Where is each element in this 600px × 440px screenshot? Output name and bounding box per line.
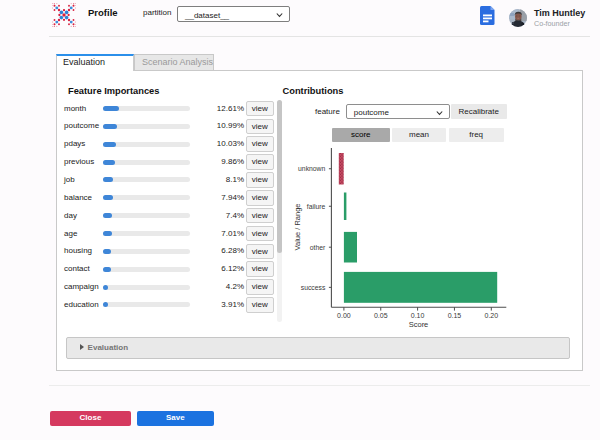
- svg-text:unknown: unknown: [298, 165, 325, 172]
- svg-text:failure: failure: [307, 203, 326, 210]
- svg-text:0.15: 0.15: [448, 312, 462, 319]
- svg-text:success: success: [301, 284, 326, 291]
- svg-text:Value / Range: Value / Range: [293, 204, 302, 251]
- svg-text:Score: Score: [409, 320, 429, 329]
- svg-text:0.05: 0.05: [374, 312, 388, 319]
- svg-text:0.00: 0.00: [337, 312, 351, 319]
- svg-text:0.20: 0.20: [484, 312, 498, 319]
- svg-text:other: other: [310, 244, 326, 251]
- svg-text:0.10: 0.10: [411, 312, 425, 319]
